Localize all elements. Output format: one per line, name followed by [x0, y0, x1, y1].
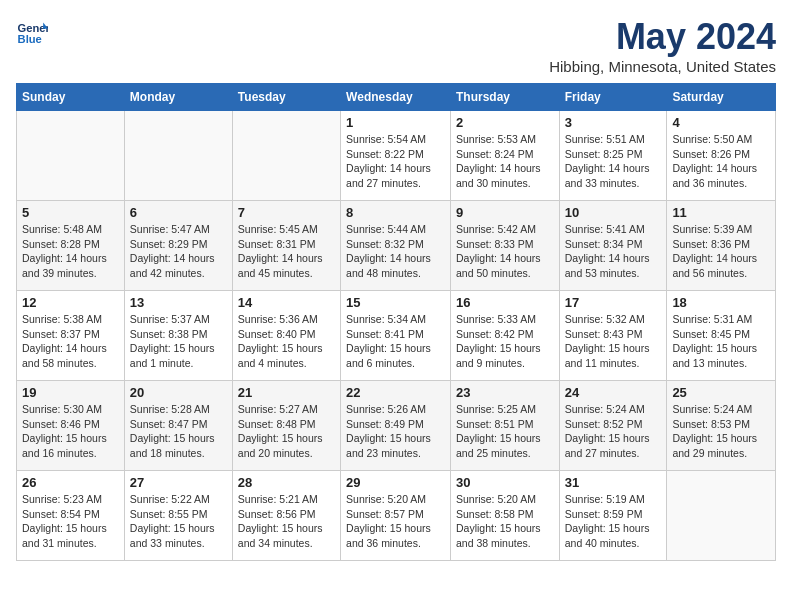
day-number: 24 [565, 385, 662, 400]
day-info: Sunrise: 5:50 AM Sunset: 8:26 PM Dayligh… [672, 132, 770, 191]
calendar-week-5: 26Sunrise: 5:23 AM Sunset: 8:54 PM Dayli… [17, 471, 776, 561]
weekday-header-thursday: Thursday [450, 84, 559, 111]
calendar-cell: 16Sunrise: 5:33 AM Sunset: 8:42 PM Dayli… [450, 291, 559, 381]
day-number: 15 [346, 295, 445, 310]
calendar-cell: 14Sunrise: 5:36 AM Sunset: 8:40 PM Dayli… [232, 291, 340, 381]
day-info: Sunrise: 5:41 AM Sunset: 8:34 PM Dayligh… [565, 222, 662, 281]
calendar-cell [124, 111, 232, 201]
day-number: 14 [238, 295, 335, 310]
day-number: 17 [565, 295, 662, 310]
day-number: 31 [565, 475, 662, 490]
calendar-cell: 8Sunrise: 5:44 AM Sunset: 8:32 PM Daylig… [341, 201, 451, 291]
calendar-cell: 28Sunrise: 5:21 AM Sunset: 8:56 PM Dayli… [232, 471, 340, 561]
day-info: Sunrise: 5:31 AM Sunset: 8:45 PM Dayligh… [672, 312, 770, 371]
calendar-cell: 10Sunrise: 5:41 AM Sunset: 8:34 PM Dayli… [559, 201, 667, 291]
day-number: 1 [346, 115, 445, 130]
calendar-cell: 27Sunrise: 5:22 AM Sunset: 8:55 PM Dayli… [124, 471, 232, 561]
day-number: 12 [22, 295, 119, 310]
day-info: Sunrise: 5:47 AM Sunset: 8:29 PM Dayligh… [130, 222, 227, 281]
day-number: 25 [672, 385, 770, 400]
day-info: Sunrise: 5:21 AM Sunset: 8:56 PM Dayligh… [238, 492, 335, 551]
calendar-cell: 29Sunrise: 5:20 AM Sunset: 8:57 PM Dayli… [341, 471, 451, 561]
calendar-cell: 12Sunrise: 5:38 AM Sunset: 8:37 PM Dayli… [17, 291, 125, 381]
day-info: Sunrise: 5:42 AM Sunset: 8:33 PM Dayligh… [456, 222, 554, 281]
day-number: 29 [346, 475, 445, 490]
calendar-cell [667, 471, 776, 561]
day-info: Sunrise: 5:20 AM Sunset: 8:57 PM Dayligh… [346, 492, 445, 551]
day-number: 3 [565, 115, 662, 130]
calendar-cell: 24Sunrise: 5:24 AM Sunset: 8:52 PM Dayli… [559, 381, 667, 471]
day-number: 13 [130, 295, 227, 310]
weekday-header-friday: Friday [559, 84, 667, 111]
weekday-header-monday: Monday [124, 84, 232, 111]
day-info: Sunrise: 5:48 AM Sunset: 8:28 PM Dayligh… [22, 222, 119, 281]
day-info: Sunrise: 5:20 AM Sunset: 8:58 PM Dayligh… [456, 492, 554, 551]
calendar-cell [232, 111, 340, 201]
title-area: May 2024 Hibbing, Minnesota, United Stat… [549, 16, 776, 75]
calendar-cell: 23Sunrise: 5:25 AM Sunset: 8:51 PM Dayli… [450, 381, 559, 471]
calendar-cell: 4Sunrise: 5:50 AM Sunset: 8:26 PM Daylig… [667, 111, 776, 201]
calendar-cell: 13Sunrise: 5:37 AM Sunset: 8:38 PM Dayli… [124, 291, 232, 381]
calendar-cell: 5Sunrise: 5:48 AM Sunset: 8:28 PM Daylig… [17, 201, 125, 291]
day-number: 23 [456, 385, 554, 400]
day-info: Sunrise: 5:33 AM Sunset: 8:42 PM Dayligh… [456, 312, 554, 371]
day-number: 5 [22, 205, 119, 220]
day-info: Sunrise: 5:26 AM Sunset: 8:49 PM Dayligh… [346, 402, 445, 461]
day-info: Sunrise: 5:27 AM Sunset: 8:48 PM Dayligh… [238, 402, 335, 461]
day-info: Sunrise: 5:45 AM Sunset: 8:31 PM Dayligh… [238, 222, 335, 281]
calendar-cell: 18Sunrise: 5:31 AM Sunset: 8:45 PM Dayli… [667, 291, 776, 381]
calendar-cell: 31Sunrise: 5:19 AM Sunset: 8:59 PM Dayli… [559, 471, 667, 561]
day-number: 18 [672, 295, 770, 310]
day-info: Sunrise: 5:23 AM Sunset: 8:54 PM Dayligh… [22, 492, 119, 551]
day-number: 10 [565, 205, 662, 220]
calendar-cell: 25Sunrise: 5:24 AM Sunset: 8:53 PM Dayli… [667, 381, 776, 471]
logo: General Blue [16, 16, 48, 48]
day-info: Sunrise: 5:44 AM Sunset: 8:32 PM Dayligh… [346, 222, 445, 281]
day-info: Sunrise: 5:37 AM Sunset: 8:38 PM Dayligh… [130, 312, 227, 371]
day-info: Sunrise: 5:24 AM Sunset: 8:52 PM Dayligh… [565, 402, 662, 461]
day-info: Sunrise: 5:36 AM Sunset: 8:40 PM Dayligh… [238, 312, 335, 371]
calendar-cell: 17Sunrise: 5:32 AM Sunset: 8:43 PM Dayli… [559, 291, 667, 381]
calendar-cell: 15Sunrise: 5:34 AM Sunset: 8:41 PM Dayli… [341, 291, 451, 381]
day-number: 4 [672, 115, 770, 130]
day-info: Sunrise: 5:19 AM Sunset: 8:59 PM Dayligh… [565, 492, 662, 551]
weekday-header-saturday: Saturday [667, 84, 776, 111]
day-info: Sunrise: 5:30 AM Sunset: 8:46 PM Dayligh… [22, 402, 119, 461]
day-info: Sunrise: 5:28 AM Sunset: 8:47 PM Dayligh… [130, 402, 227, 461]
calendar-cell: 1Sunrise: 5:54 AM Sunset: 8:22 PM Daylig… [341, 111, 451, 201]
day-info: Sunrise: 5:38 AM Sunset: 8:37 PM Dayligh… [22, 312, 119, 371]
calendar-cell: 2Sunrise: 5:53 AM Sunset: 8:24 PM Daylig… [450, 111, 559, 201]
day-info: Sunrise: 5:53 AM Sunset: 8:24 PM Dayligh… [456, 132, 554, 191]
day-number: 8 [346, 205, 445, 220]
day-number: 19 [22, 385, 119, 400]
calendar-week-2: 5Sunrise: 5:48 AM Sunset: 8:28 PM Daylig… [17, 201, 776, 291]
calendar-cell: 22Sunrise: 5:26 AM Sunset: 8:49 PM Dayli… [341, 381, 451, 471]
weekday-header-wednesday: Wednesday [341, 84, 451, 111]
month-title: May 2024 [549, 16, 776, 58]
day-info: Sunrise: 5:54 AM Sunset: 8:22 PM Dayligh… [346, 132, 445, 191]
weekday-header-row: SundayMondayTuesdayWednesdayThursdayFrid… [17, 84, 776, 111]
calendar-cell: 26Sunrise: 5:23 AM Sunset: 8:54 PM Dayli… [17, 471, 125, 561]
day-info: Sunrise: 5:22 AM Sunset: 8:55 PM Dayligh… [130, 492, 227, 551]
day-number: 27 [130, 475, 227, 490]
svg-text:Blue: Blue [18, 33, 42, 45]
calendar-cell: 11Sunrise: 5:39 AM Sunset: 8:36 PM Dayli… [667, 201, 776, 291]
location-title: Hibbing, Minnesota, United States [549, 58, 776, 75]
header: General Blue May 2024 Hibbing, Minnesota… [16, 16, 776, 75]
calendar-week-3: 12Sunrise: 5:38 AM Sunset: 8:37 PM Dayli… [17, 291, 776, 381]
calendar-cell: 6Sunrise: 5:47 AM Sunset: 8:29 PM Daylig… [124, 201, 232, 291]
day-number: 6 [130, 205, 227, 220]
day-info: Sunrise: 5:24 AM Sunset: 8:53 PM Dayligh… [672, 402, 770, 461]
calendar-cell: 7Sunrise: 5:45 AM Sunset: 8:31 PM Daylig… [232, 201, 340, 291]
calendar-cell: 9Sunrise: 5:42 AM Sunset: 8:33 PM Daylig… [450, 201, 559, 291]
calendar-week-4: 19Sunrise: 5:30 AM Sunset: 8:46 PM Dayli… [17, 381, 776, 471]
calendar-week-1: 1Sunrise: 5:54 AM Sunset: 8:22 PM Daylig… [17, 111, 776, 201]
weekday-header-tuesday: Tuesday [232, 84, 340, 111]
day-info: Sunrise: 5:51 AM Sunset: 8:25 PM Dayligh… [565, 132, 662, 191]
calendar-cell: 19Sunrise: 5:30 AM Sunset: 8:46 PM Dayli… [17, 381, 125, 471]
day-number: 28 [238, 475, 335, 490]
day-number: 16 [456, 295, 554, 310]
day-number: 9 [456, 205, 554, 220]
day-number: 26 [22, 475, 119, 490]
calendar-cell: 20Sunrise: 5:28 AM Sunset: 8:47 PM Dayli… [124, 381, 232, 471]
